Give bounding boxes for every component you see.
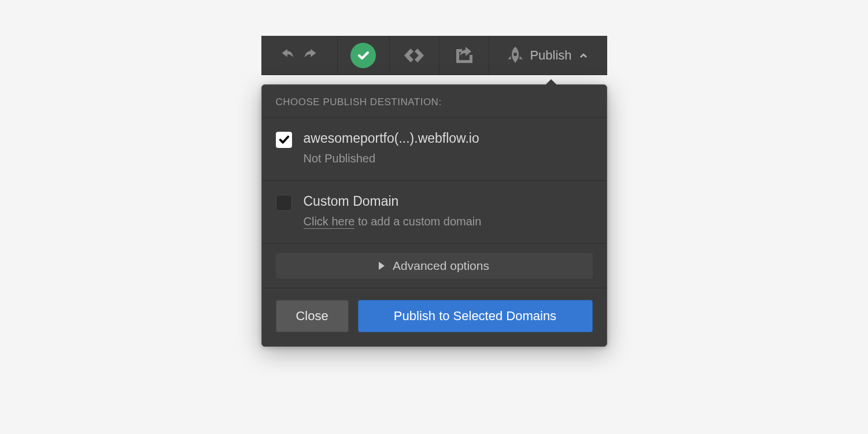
popup-footer: Close Publish to Selected Domains xyxy=(262,288,607,346)
export-button[interactable] xyxy=(439,36,489,75)
publish-popup: CHOOSE PUBLISH DESTINATION: awesomeportf… xyxy=(261,84,607,347)
chevron-up-icon xyxy=(579,51,588,60)
redo-icon[interactable] xyxy=(302,46,318,65)
undo-redo-group xyxy=(261,36,338,75)
domain-checkbox-webflow[interactable] xyxy=(276,132,292,148)
undo-icon[interactable] xyxy=(280,46,296,65)
domain-title: awesomeportfo(...).webflow.io xyxy=(304,131,479,146)
popup-header: CHOOSE PUBLISH DESTINATION: xyxy=(262,85,607,118)
status-ok-icon xyxy=(350,43,376,68)
toolbar: Publish xyxy=(261,36,607,75)
domain-checkbox-custom[interactable] xyxy=(276,195,292,211)
advanced-label: Advanced options xyxy=(393,259,489,273)
code-button[interactable] xyxy=(390,36,439,75)
rocket-icon xyxy=(508,47,523,64)
publish-button[interactable]: Publish to Selected Domains xyxy=(358,300,593,332)
domain-row-webflow: awesomeportfo(...).webflow.io Not Publis… xyxy=(262,118,607,181)
advanced-options-button[interactable]: Advanced options xyxy=(276,253,593,279)
triangle-right-icon xyxy=(379,262,385,270)
publish-dropdown[interactable]: Publish xyxy=(489,36,607,75)
advanced-row: Advanced options xyxy=(262,244,607,288)
domain-suffix: to add a custom domain xyxy=(354,215,481,228)
code-icon xyxy=(402,47,426,64)
status-cell[interactable] xyxy=(338,36,390,75)
domain-title: Custom Domain xyxy=(304,194,482,209)
domain-status: Not Published xyxy=(304,152,479,165)
add-domain-link[interactable]: Click here xyxy=(304,215,355,229)
publish-label: Publish xyxy=(530,48,571,63)
close-button[interactable]: Close xyxy=(276,300,349,332)
domain-row-custom: Custom Domain Click here to add a custom… xyxy=(262,181,607,244)
domain-subtext: Click here to add a custom domain xyxy=(304,215,482,228)
export-icon xyxy=(454,47,474,64)
